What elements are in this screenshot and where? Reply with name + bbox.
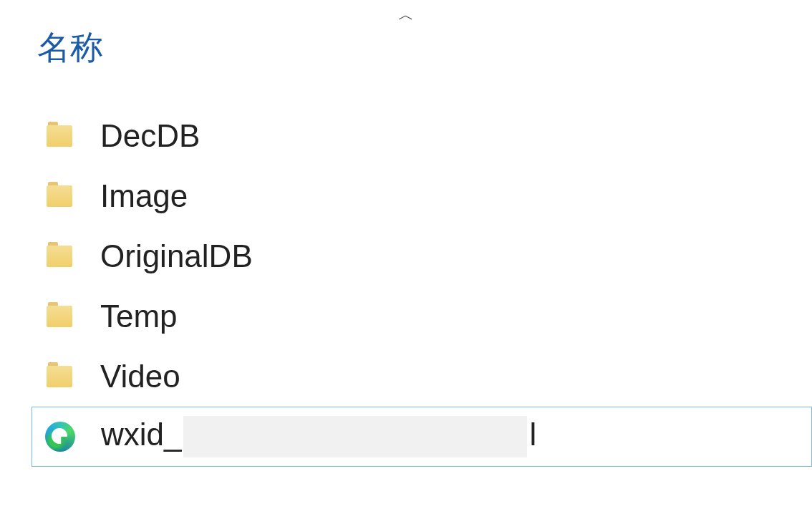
item-name: DecDB xyxy=(100,118,200,154)
list-item-selected[interactable]: wxid_l xyxy=(32,407,812,467)
list-item[interactable]: Video xyxy=(32,346,812,407)
list-item[interactable]: Image xyxy=(32,166,812,226)
item-name: OriginalDB xyxy=(100,238,253,274)
folder-icon xyxy=(40,246,79,267)
list-item[interactable]: Temp xyxy=(32,286,812,346)
folder-icon xyxy=(40,306,79,327)
edge-icon xyxy=(41,422,79,452)
column-header-name[interactable]: 名称 xyxy=(37,26,103,70)
folder-icon xyxy=(40,366,79,387)
item-name: wxid_l xyxy=(101,416,536,457)
item-name-prefix: wxid_ xyxy=(101,417,182,452)
item-name: Video xyxy=(100,359,180,394)
item-name: Temp xyxy=(100,299,178,334)
list-item[interactable]: OriginalDB xyxy=(32,226,812,286)
chevron-up-icon[interactable]: ︿ xyxy=(398,7,414,23)
folder-icon xyxy=(40,125,79,147)
folder-icon xyxy=(40,185,79,207)
item-name: Image xyxy=(100,178,188,214)
list-item[interactable]: DecDB xyxy=(32,106,812,166)
redacted-text xyxy=(183,416,527,457)
item-name-suffix: l xyxy=(530,417,537,452)
file-list: DecDB Image OriginalDB Temp Video wxid_l xyxy=(32,106,812,467)
